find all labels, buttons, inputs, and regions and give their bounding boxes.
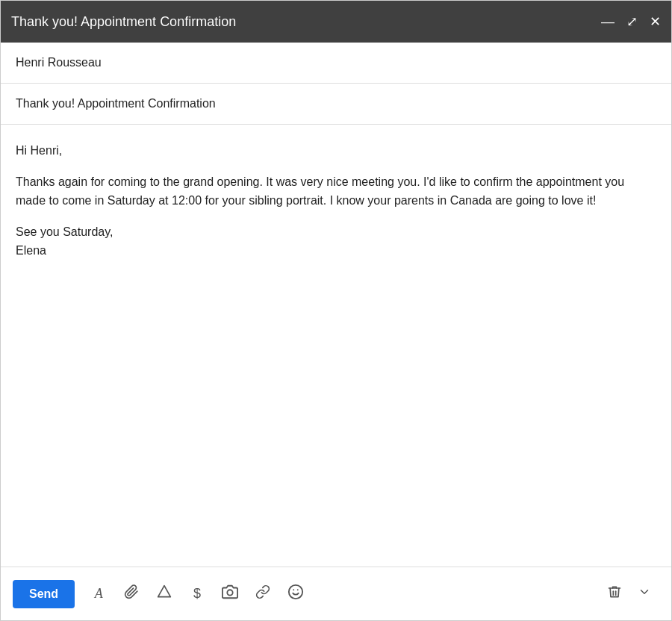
to-field[interactable]: Henri Rousseau [1,43,671,84]
more-options-button[interactable] [629,579,659,609]
minimize-button[interactable]: — [601,15,615,28]
email-body[interactable]: Hi Henri, Thanks again for coming to the… [1,125,671,567]
svg-point-1 [227,590,232,595]
font-format-button[interactable]: A [84,579,113,609]
toolbar-right-actions [600,579,659,609]
svg-point-2 [289,585,302,599]
body-paragraph1: Thanks again for coming to the grand ope… [16,172,656,210]
subject-value: Thank you! Appointment Confirmation [16,97,216,110]
greeting: Hi Henri, [16,141,656,160]
window-controls: — ⤢ ✕ [601,15,661,28]
emoji-icon [287,584,304,604]
body-closing: See you Saturday, Elena [16,222,656,260]
send-button[interactable]: Send [13,580,75,608]
subject-field[interactable]: Thank you! Appointment Confirmation [1,84,671,125]
emoji-button[interactable] [281,579,311,609]
dollar-button[interactable]: $ [182,579,212,609]
font-icon: A [95,586,103,602]
to-value: Henri Rousseau [16,56,102,69]
attach-button[interactable] [116,579,146,609]
window-title: Thank you! Appointment Confirmation [11,14,236,30]
photo-icon [222,584,238,604]
compose-toolbar: Send A $ [1,567,671,620]
closing-line: See you Saturday, [16,225,113,238]
link-button[interactable] [248,579,278,609]
close-button[interactable]: ✕ [650,15,661,28]
email-compose-window: Thank you! Appointment Confirmation — ⤢ … [0,0,672,621]
attach-icon [124,584,139,603]
link-icon [255,584,270,603]
title-bar: Thank you! Appointment Confirmation — ⤢ … [1,1,671,43]
drive-icon [157,584,172,603]
dollar-icon: $ [193,586,201,602]
photo-button[interactable] [215,579,245,609]
svg-marker-0 [158,586,171,597]
delete-button[interactable] [600,579,629,609]
trash-icon [607,584,622,603]
signature: Elena [16,244,46,257]
chevron-down-icon [638,585,651,602]
maximize-button[interactable]: ⤢ [626,15,638,28]
drive-button[interactable] [149,579,179,609]
